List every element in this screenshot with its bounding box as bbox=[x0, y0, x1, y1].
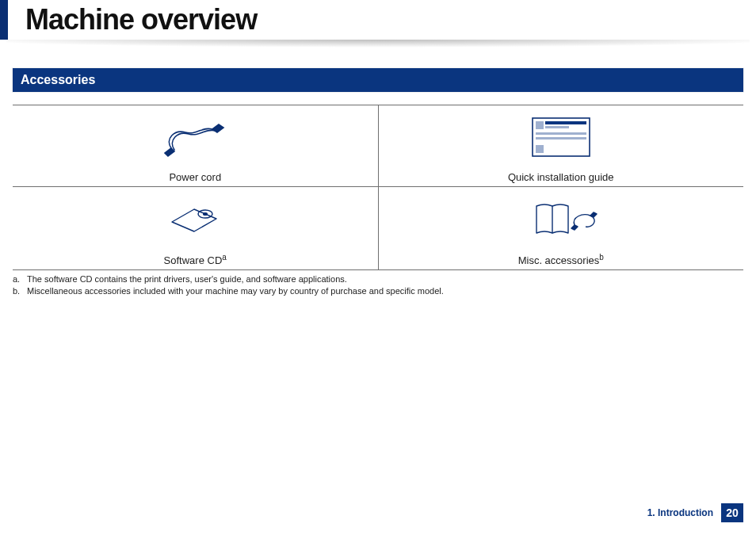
footnotes: a. The software CD contains the print dr… bbox=[13, 273, 743, 297]
cell-software-cd-image bbox=[13, 187, 378, 251]
cell-power-cord-label: Power cord bbox=[13, 169, 378, 187]
accessory-label: Quick installation guide bbox=[508, 171, 614, 183]
page-title: Machine overview bbox=[25, 3, 756, 36]
footnote-text: The software CD contains the print drive… bbox=[27, 273, 347, 285]
footnote-a: a. The software CD contains the print dr… bbox=[13, 273, 743, 285]
chapter-label: 1. Introduction bbox=[647, 507, 713, 518]
footnote-ref: a bbox=[222, 253, 227, 262]
title-shadow bbox=[6, 40, 750, 51]
svg-point-8 bbox=[204, 213, 208, 216]
svg-rect-6 bbox=[536, 145, 544, 153]
page-number: 20 bbox=[721, 503, 743, 522]
footnote-ref: b bbox=[599, 253, 604, 262]
quick-guide-icon bbox=[525, 113, 598, 161]
footnote-text: Miscellaneous accessories included with … bbox=[27, 285, 444, 297]
svg-rect-3 bbox=[545, 126, 569, 128]
table-row bbox=[13, 105, 743, 170]
footnote-label: b. bbox=[13, 285, 22, 297]
page-title-block: Machine overview bbox=[0, 0, 756, 40]
accessory-label: Software CD bbox=[164, 254, 223, 266]
accessory-label: Power cord bbox=[169, 171, 221, 183]
cell-misc-accessories-image bbox=[378, 187, 743, 251]
svg-rect-2 bbox=[545, 121, 586, 124]
misc-accessories-icon bbox=[517, 198, 605, 239]
table-row: Power cord Quick installation guide bbox=[13, 169, 743, 187]
table-row bbox=[13, 187, 743, 251]
accessory-label: Misc. accessories bbox=[518, 254, 600, 266]
table-row: Software CDa Misc. accessoriesb bbox=[13, 250, 743, 270]
cell-quick-guide-label: Quick installation guide bbox=[378, 169, 743, 187]
accessories-table: Power cord Quick installation guide bbox=[13, 105, 743, 270]
power-cord-icon bbox=[157, 115, 233, 159]
svg-rect-1 bbox=[536, 121, 544, 129]
footnote-b: b. Miscellaneous accessories included wi… bbox=[13, 285, 743, 297]
cell-software-cd-label: Software CDa bbox=[13, 250, 378, 270]
cell-misc-accessories-label: Misc. accessoriesb bbox=[378, 250, 743, 270]
cell-quick-guide-image bbox=[378, 105, 743, 170]
page-footer: 1. Introduction 20 bbox=[647, 503, 743, 522]
svg-rect-5 bbox=[536, 137, 586, 139]
section-header-accessories: Accessories bbox=[13, 68, 743, 92]
cell-power-cord-image bbox=[13, 105, 378, 170]
software-cd-icon bbox=[159, 198, 231, 239]
svg-rect-4 bbox=[536, 132, 586, 135]
footnote-label: a. bbox=[13, 273, 22, 285]
